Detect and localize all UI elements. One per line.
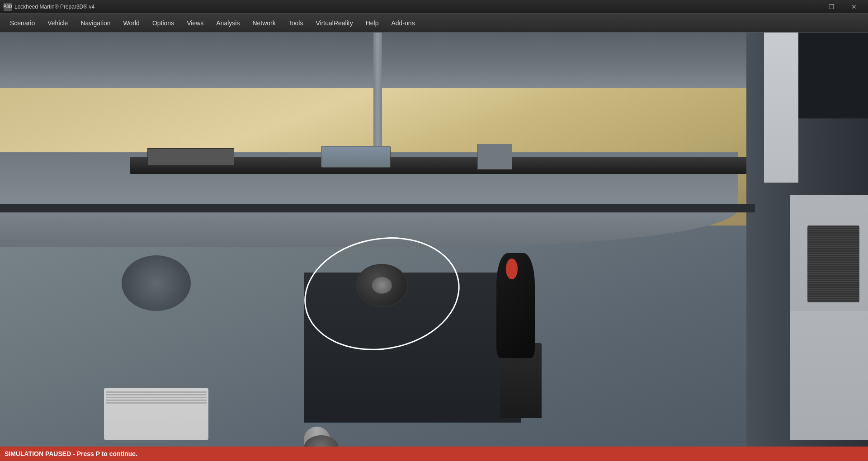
joystick-area <box>486 268 556 418</box>
menu-item-options[interactable]: Options <box>146 14 180 32</box>
app-icon: P3D <box>4 3 12 11</box>
glareshield-circle <box>122 255 191 311</box>
dash-insert-left <box>147 148 234 165</box>
maximize-button[interactable]: ❐ <box>821 2 842 12</box>
menu-item-navigation[interactable]: Navigation <box>74 14 117 32</box>
joystick-trigger <box>506 259 517 279</box>
dash-insert-center <box>321 146 391 167</box>
menu-item-tools[interactable]: Tools <box>282 14 310 32</box>
titlebar-controls: ─ ❐ ✕ <box>798 2 864 12</box>
notepad-line <box>106 400 206 401</box>
menu-item-analysis[interactable]: Analysis <box>210 14 246 32</box>
dash-insert-right <box>477 144 512 169</box>
menu-item-virtual-reality[interactable]: Virtual Reality <box>309 14 359 32</box>
simulation-viewport[interactable]: SIMULATION PAUSED - Press P to continue. <box>0 33 868 461</box>
menu-item-world[interactable]: World <box>117 14 146 32</box>
menu-item-network[interactable]: Network <box>246 14 282 32</box>
lower-right-panel <box>790 311 868 439</box>
menu-item-scenario[interactable]: Scenario <box>4 14 41 32</box>
title-bar: P3D Lockheed Martin® Prepar3D® v4 ─ ❐ ✕ <box>0 0 868 14</box>
close-button[interactable]: ✕ <box>844 2 864 12</box>
notepad-lines <box>104 388 208 407</box>
notepad-line <box>106 397 206 398</box>
overhead-panel <box>764 33 799 183</box>
menu-item-vehicle[interactable]: Vehicle <box>41 14 74 32</box>
title-bar-left: P3D Lockheed Martin® Prepar3D® v4 <box>4 3 94 11</box>
menu-bar: Scenario Vehicle Navigation World Option… <box>0 14 868 33</box>
app-title: Lockheed Martin® Prepar3D® v4 <box>14 4 94 10</box>
notepad-line <box>106 394 206 395</box>
notepad-line <box>106 391 206 393</box>
menu-item-addons[interactable]: Add-ons <box>385 14 421 32</box>
joystick-grip <box>496 253 534 358</box>
menu-item-views[interactable]: Views <box>180 14 210 32</box>
minimize-button[interactable]: ─ <box>798 2 819 12</box>
top-right-dark-panel <box>790 33 868 118</box>
status-text: SIMULATION PAUSED - Press P to continue. <box>5 450 137 457</box>
speaker-grille <box>807 226 859 303</box>
dashboard-bar <box>0 204 755 212</box>
notepad-checklist <box>104 388 208 440</box>
cockpit-scene <box>0 33 868 461</box>
status-bar: SIMULATION PAUSED - Press P to continue. <box>0 447 868 461</box>
notepad-line <box>106 402 206 404</box>
menu-item-help[interactable]: Help <box>359 14 385 32</box>
